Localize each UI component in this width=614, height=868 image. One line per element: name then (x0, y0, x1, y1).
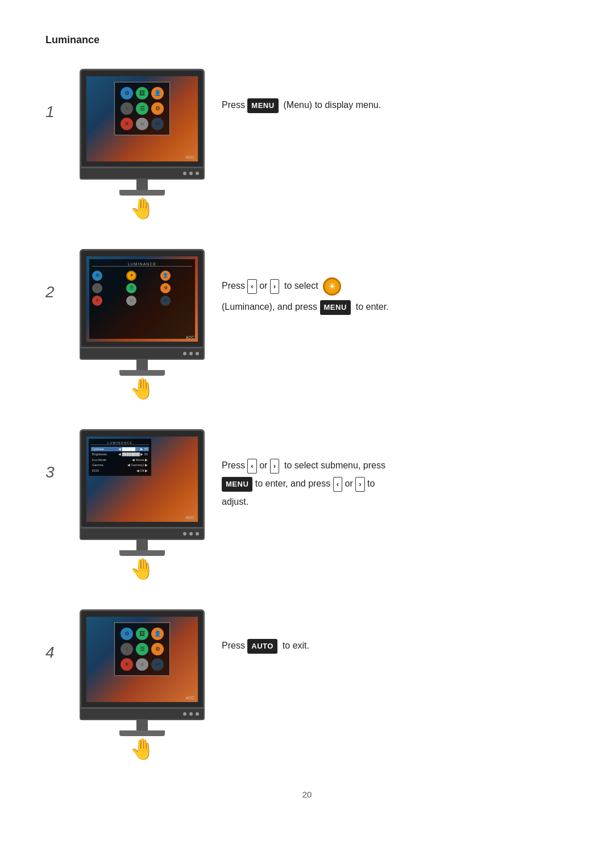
step-3-row: 3 LUMINANCE Contrast ◀ ██████░░ ▶ 55 Bri (45, 429, 569, 581)
auto-key: AUTO (247, 639, 277, 654)
dot-3 (196, 172, 199, 175)
dot-9 (196, 532, 199, 535)
monitor-bottom-1 (80, 168, 205, 180)
hand-icon-3: 🤚 (130, 557, 155, 581)
gamma-val: ◀ Gamma1 ▶ (127, 463, 148, 467)
left-arrow-3b: ‹ (333, 477, 342, 492)
brightness-label: Brightness (92, 452, 107, 456)
step-3-line1: Press ‹ or › to select submenu, press (222, 458, 569, 474)
lum-icon-9: ↩ (160, 296, 171, 306)
lum-icon-3: 👤 (160, 271, 171, 281)
menu-icon-2: 🖼 (136, 87, 148, 99)
step-4-text: Press AUTO to exit. (222, 609, 569, 654)
step-3-line3: adjust. (222, 494, 569, 509)
menu-icon-4-8: ○ (136, 658, 148, 671)
menu-icon-4-9: ↩ (151, 658, 164, 671)
menu-icon-4-3: 👤 (151, 628, 164, 640)
aoc-label-1: AOC (186, 155, 194, 159)
stand-base-3 (119, 550, 165, 556)
menu-icons-overlay-4: ⚙ 🖼 👤 ↑ ☰ ⚙ ✕ ○ ↩ (114, 622, 170, 676)
menu-icon-5: ☰ (136, 102, 148, 115)
menu-icon-4-1: ⚙ (121, 628, 133, 640)
lum-icon-5: ☰ (126, 283, 136, 293)
sublum-menu: LUMINANCE Contrast ◀ ██████░░ ▶ 55 Brigh… (89, 439, 151, 476)
dot-8 (189, 532, 193, 535)
dot-1 (183, 172, 186, 175)
step-1-text: Press MENU (Menu) to display menu. (222, 69, 569, 113)
stand-base-2 (119, 370, 165, 376)
menu-icon-3: 👤 (151, 87, 164, 99)
monitor-frame-4: ⚙ 🖼 👤 ↑ ☰ ⚙ ✕ ○ ↩ AOC (80, 609, 205, 709)
page-number: 20 (45, 790, 569, 799)
menu-key-2: MENU (320, 300, 351, 315)
step-3-line2: MENU to enter, and press ‹ or › to (222, 476, 569, 492)
step-2-number: 2 (45, 283, 63, 301)
step-1-row: 1 ⚙ 🖼 👤 ↑ ☰ ⚙ ✕ ○ ↩ (45, 69, 569, 221)
menu-icon-4-5: ☰ (136, 643, 148, 655)
lum-icon-8: ○ (126, 296, 136, 306)
sublum-row-ecomode: Eco Mode ◀ Movie ▶ (91, 458, 149, 462)
monitor-frame-3: LUMINANCE Contrast ◀ ██████░░ ▶ 55 Brigh… (80, 429, 205, 529)
sublum-header: LUMINANCE (91, 441, 149, 445)
menu-key-1: MENU (247, 98, 278, 113)
dot-5 (189, 352, 193, 355)
menu-icon-4: ↑ (121, 102, 133, 115)
lum-header: LUMINANCE (92, 262, 192, 267)
sublum-row-dcr: DCR ◀ Off ▶ (91, 468, 149, 473)
monitor-screen-3: LUMINANCE Contrast ◀ ██████░░ ▶ 55 Brigh… (86, 437, 198, 522)
sublum-row-contrast: Contrast ◀ ██████░░ ▶ 55 (91, 447, 149, 451)
monitor-screen-4: ⚙ 🖼 👤 ↑ ☰ ⚙ ✕ ○ ↩ AOC (86, 617, 198, 702)
right-arrow-3b: › (355, 477, 364, 492)
step-2-text: Press ‹ or › to select (Luminance), and … (222, 249, 569, 315)
left-arrow-2a: ‹ (247, 279, 256, 294)
lum-icon-4: ↑ (92, 283, 102, 293)
lum-icon-6: ⚙ (160, 283, 171, 293)
stand-base-4 (119, 730, 165, 736)
stand-base-1 (119, 190, 165, 196)
monitor-screen-2: LUMINANCE ⚙ ☀ 👤 ↑ ☰ ⚙ ✕ ○ ↩ (86, 256, 198, 342)
ecomode-label: Eco Mode (92, 458, 106, 462)
sublum-row-gamma: Gamma ◀ Gamma1 ▶ (91, 463, 149, 467)
steps-container: 1 ⚙ 🖼 👤 ↑ ☰ ⚙ ✕ ○ ↩ (45, 69, 569, 761)
menu-icon-4-2: 🖼 (136, 628, 148, 640)
menu-icon-4-4: ↑ (121, 643, 133, 655)
contrast-arrows: ◀ ██████░░ ▶ 55 (118, 447, 148, 451)
hand-icon-2: 🤚 (130, 377, 155, 401)
hand-icon-4: 🤚 (130, 737, 155, 761)
left-arrow-3a: ‹ (247, 459, 256, 474)
menu-icon-4-6: ⚙ (151, 643, 164, 655)
lum-icon-2: ☀ (126, 271, 136, 281)
luminance-icon (323, 277, 341, 296)
aoc-label-2: AOC (186, 335, 194, 339)
aoc-label-4: AOC (186, 696, 194, 700)
dot-4 (183, 352, 186, 355)
menu-icon-9: ↩ (151, 118, 164, 130)
dot-6 (196, 352, 199, 355)
dot-11 (189, 712, 193, 716)
dot-10 (183, 712, 186, 716)
step-2-row: 2 LUMINANCE ⚙ ☀ 👤 ↑ ☰ (45, 249, 569, 401)
menu-icon-4-7: ✕ (121, 658, 133, 671)
lum-icon-7: ✕ (92, 296, 102, 306)
sublum-row-brightness: Brightness ◀ ████████ ▶ 90 (91, 452, 149, 456)
dot-2 (189, 172, 193, 175)
gamma-label: Gamma (92, 463, 103, 467)
page-container: Luminance 1 ⚙ 🖼 👤 ↑ ☰ ⚙ ✕ (0, 0, 614, 833)
monitor-frame-2: LUMINANCE ⚙ ☀ 👤 ↑ ☰ ⚙ ✕ ○ ↩ (80, 249, 205, 348)
aoc-label-3: AOC (186, 516, 194, 520)
hand-icon-1: 🤚 (130, 197, 155, 221)
monitor-frame-1: ⚙ 🖼 👤 ↑ ☰ ⚙ ✕ ○ ↩ AOC (80, 69, 205, 168)
step-2-line2: (Luminance), and press MENU to enter. (222, 299, 569, 315)
menu-icon-7: ✕ (121, 118, 133, 130)
monitor-screen-1: ⚙ 🖼 👤 ↑ ☰ ⚙ ✕ ○ ↩ AOC (86, 76, 198, 161)
right-arrow-2a: › (270, 279, 279, 294)
dcr-val: ◀ Off ▶ (136, 469, 148, 472)
section-title: Luminance (45, 34, 569, 46)
stand-neck-4 (136, 720, 148, 730)
dcr-label: DCR (92, 469, 99, 472)
stand-neck-2 (136, 360, 148, 370)
step-1-number: 1 (45, 103, 63, 121)
monitor-bottom-2 (80, 348, 205, 360)
monitor-bottom-3 (80, 529, 205, 540)
lum-icon-grid: ⚙ ☀ 👤 ↑ ☰ ⚙ ✕ ○ ↩ (92, 269, 192, 308)
